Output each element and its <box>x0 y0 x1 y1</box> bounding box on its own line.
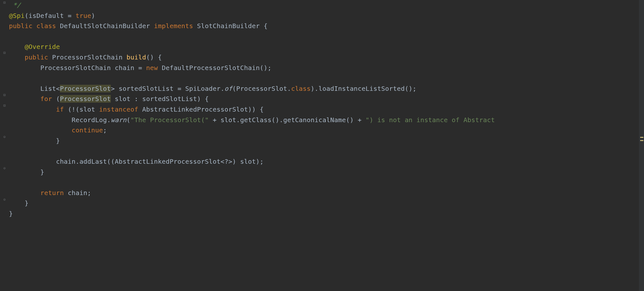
code-token: of <box>224 85 232 92</box>
code-token: @Override <box>9 43 60 51</box>
fold-end-icon[interactable]: ⊖ <box>3 166 6 170</box>
code-token: () { <box>146 53 162 61</box>
fold-start-icon[interactable]: ⊟ <box>3 51 6 55</box>
code-token: ).loadInstanceListSorted(); <box>311 85 417 92</box>
code-token: class <box>291 85 310 92</box>
code-token: (!(slot <box>68 106 99 113</box>
code-token: ; <box>103 126 107 134</box>
code-token: chain.addLast((AbstractLinkedProcessorSl… <box>9 158 264 165</box>
code-token: DefaultSlotChainBuilder <box>60 22 154 30</box>
code-token: for <box>9 95 56 103</box>
code-token: instanceof <box>99 106 142 113</box>
code-token: continue <box>9 126 103 134</box>
code-token: implements <box>154 22 197 30</box>
fold-end-icon[interactable]: ⊖ <box>3 135 6 139</box>
code-token: */ <box>9 1 21 9</box>
code-token: RecordLog. <box>9 116 111 124</box>
code-token: @Spi <box>9 12 25 20</box>
code-token: slot : sortedSlotList) { <box>111 95 209 103</box>
code-token: > sortedSlotList = SpiLoader. <box>111 85 224 92</box>
code-token: + slot.getClass().getCanonicalName() + <box>209 116 366 124</box>
code-area[interactable]: */ @Spi(isDefault = true) public class D… <box>9 0 639 291</box>
code-token: ) <box>91 12 95 20</box>
code-token: new <box>146 64 162 72</box>
code-token: "The ProcessorSlot(" <box>131 116 209 124</box>
code-token: DefaultProcessorSlotChain(); <box>162 64 271 72</box>
code-token: ( <box>56 95 60 103</box>
code-token: } <box>9 199 28 207</box>
code-token: build <box>126 53 146 61</box>
fold-start-icon[interactable]: ⊟ <box>3 104 6 107</box>
code-token: if <box>9 106 68 113</box>
code-token: AbstractLinkedProcessorSlot)) { <box>142 106 263 113</box>
fold-end-icon[interactable]: ⊖ <box>3 198 6 201</box>
code-token: ") is not an instance of Abstract <box>366 116 495 124</box>
code-token: } <box>9 168 44 176</box>
fold-start-icon[interactable]: ⊟ <box>3 93 6 97</box>
code-token: SlotChainBuilder { <box>197 22 268 30</box>
scrollbar-strip[interactable] <box>639 0 644 291</box>
code-token-highlighted: ProcessorSlot <box>60 95 111 103</box>
code-token: public <box>9 53 52 61</box>
code-token: public class <box>9 22 60 30</box>
code-token: true <box>76 12 91 20</box>
code-editor[interactable]: ⊟ ⊟ ⊟ ⊟ ⊖ ⊖ ⊖ */ @Spi(isDefault = true) … <box>0 0 644 291</box>
code-token: List< <box>9 85 60 92</box>
code-token: } <box>9 210 13 217</box>
error-marker[interactable] <box>640 140 643 141</box>
code-token: ProcessorSlotChain <box>52 53 127 61</box>
gutter: ⊟ ⊟ ⊟ ⊟ ⊖ ⊖ ⊖ <box>0 0 9 291</box>
code-token-highlighted: ProcessorSlot <box>60 85 111 92</box>
code-token: chain; <box>68 189 91 197</box>
fold-end-icon[interactable]: ⊟ <box>3 1 6 4</box>
error-marker[interactable] <box>640 137 643 138</box>
code-token: } <box>9 137 60 145</box>
code-token: warn <box>111 116 126 124</box>
code-token: (ProcessorSlot. <box>232 85 291 92</box>
code-token: ( <box>126 116 130 124</box>
code-token: return <box>9 189 68 197</box>
code-token: ProcessorSlotChain chain = <box>9 64 146 72</box>
code-token: (isDefault = <box>25 12 76 20</box>
